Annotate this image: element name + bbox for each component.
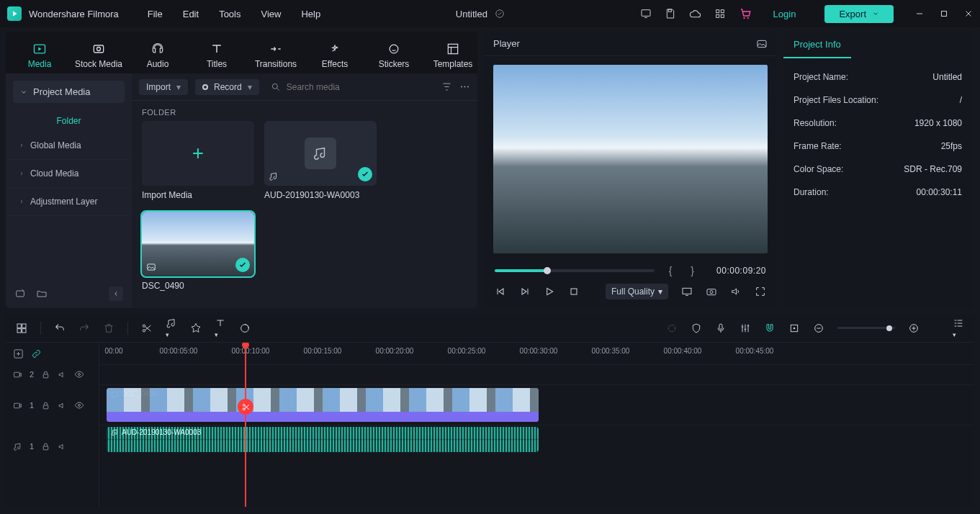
- timeline-tracks[interactable]: 00:00 00:00:05:00 00:00:10:00 00:00:15:0…: [99, 343, 974, 507]
- scissors-icon[interactable]: [238, 399, 253, 415]
- mark-out-icon[interactable]: }: [686, 265, 698, 276]
- playhead[interactable]: [245, 343, 246, 507]
- tab-project-info[interactable]: Project Info: [783, 32, 851, 58]
- next-frame-icon[interactable]: [519, 286, 531, 297]
- import-media-button[interactable]: +: [142, 121, 254, 186]
- snapshot-icon[interactable]: [706, 286, 717, 297]
- audio-clip[interactable]: AUD-20190130-WA0003: [107, 427, 539, 452]
- track-lane-video[interactable]: DSC_0490: [99, 384, 974, 425]
- zoom-in-icon[interactable]: [908, 323, 920, 334]
- search-input[interactable]: [287, 82, 430, 92]
- import-dropdown[interactable]: Import▾: [139, 79, 188, 95]
- video-clip[interactable]: DSC_0490: [107, 388, 539, 422]
- crop-icon[interactable]: [788, 323, 800, 334]
- add-track-icon[interactable]: [13, 348, 24, 359]
- more-icon[interactable]: [459, 81, 470, 92]
- player-viewport[interactable]: [493, 65, 768, 253]
- close-icon[interactable]: [964, 9, 973, 18]
- lock-icon[interactable]: [41, 370, 50, 379]
- media-sidebar: Project Media Folder Global Media Cloud …: [6, 73, 132, 308]
- tab-stock-media[interactable]: Stock Media: [69, 42, 128, 73]
- undo-icon[interactable]: [54, 323, 66, 334]
- collapse-sidebar-icon[interactable]: [109, 287, 123, 301]
- record-dropdown[interactable]: Record▾: [195, 79, 259, 95]
- mute-icon[interactable]: [58, 370, 67, 379]
- play-icon[interactable]: [544, 286, 555, 297]
- split-icon[interactable]: [141, 323, 153, 334]
- filter-icon[interactable]: [441, 81, 452, 92]
- svg-rect-28: [17, 328, 21, 332]
- login-button[interactable]: Login: [765, 5, 805, 23]
- zoom-out-icon[interactable]: [813, 323, 824, 334]
- minimize-icon[interactable]: [915, 9, 924, 18]
- volume-icon[interactable]: [730, 286, 742, 297]
- tab-titles[interactable]: Titles: [187, 42, 246, 73]
- app-logo: [7, 6, 22, 21]
- lock-icon[interactable]: [41, 442, 50, 451]
- display-icon[interactable]: [681, 286, 693, 297]
- save-icon[interactable]: [665, 8, 676, 19]
- text-tool-icon[interactable]: ▾: [215, 317, 226, 339]
- mute-icon[interactable]: [58, 401, 67, 410]
- tab-audio[interactable]: Audio: [128, 42, 187, 73]
- mixer-icon[interactable]: [740, 323, 751, 334]
- sidebar-item-cloud-media[interactable]: Cloud Media: [6, 160, 132, 188]
- redo-icon[interactable]: [78, 323, 90, 334]
- layout-icon[interactable]: [16, 323, 27, 334]
- stickers-icon: [386, 42, 402, 56]
- sidebar-item-adjustment-layer[interactable]: Adjustment Layer: [6, 188, 132, 216]
- magnet-icon[interactable]: [764, 323, 776, 334]
- tab-media[interactable]: Media: [10, 42, 69, 73]
- lock-icon[interactable]: [41, 401, 50, 410]
- screen-icon[interactable]: [640, 8, 652, 19]
- tab-transitions[interactable]: Transitions: [246, 42, 305, 73]
- chevron-down-icon: [872, 10, 879, 17]
- timeline-ruler[interactable]: 00:00 00:00:05:00 00:00:10:00 00:00:15:0…: [99, 343, 974, 364]
- prev-frame-icon[interactable]: [495, 286, 506, 297]
- media-thumb-image[interactable]: [142, 212, 254, 276]
- apps-icon[interactable]: [714, 8, 726, 19]
- stop-icon[interactable]: [568, 286, 580, 297]
- seek-bar[interactable]: [495, 269, 655, 272]
- trash-icon[interactable]: [103, 323, 114, 334]
- eye-icon[interactable]: [74, 369, 84, 379]
- track-lane-empty[interactable]: [99, 364, 974, 384]
- shield-icon[interactable]: [691, 323, 702, 334]
- tab-templates[interactable]: Templates: [423, 42, 482, 73]
- cloud-icon[interactable]: [689, 8, 701, 20]
- project-media-header[interactable]: Project Media: [13, 81, 125, 103]
- window-controls: [915, 9, 973, 18]
- mic-icon[interactable]: [715, 323, 727, 334]
- menu-help[interactable]: Help: [301, 9, 320, 19]
- new-bin-icon[interactable]: [14, 288, 26, 299]
- link-icon[interactable]: [31, 348, 42, 359]
- list-view-icon[interactable]: ▾: [953, 317, 964, 339]
- tab-effects[interactable]: Effects: [305, 42, 364, 73]
- media-thumb-audio[interactable]: [264, 121, 377, 186]
- cart-icon[interactable]: [739, 7, 752, 20]
- sidebar-item-global-media[interactable]: Global Media: [6, 132, 132, 160]
- keyframe-icon[interactable]: [666, 323, 678, 334]
- maximize-icon[interactable]: [940, 9, 948, 18]
- zoom-slider[interactable]: [837, 327, 895, 329]
- folder-tab[interactable]: Folder: [6, 110, 132, 132]
- menu-tools[interactable]: Tools: [219, 9, 240, 19]
- audio-tool-icon[interactable]: ▾: [166, 317, 177, 339]
- info-row: Project Files Location:/: [794, 89, 962, 112]
- export-button[interactable]: Export: [824, 5, 894, 23]
- snapshot-settings-icon[interactable]: [756, 38, 768, 50]
- new-folder-icon[interactable]: [36, 288, 48, 299]
- color-tool-icon[interactable]: [239, 323, 251, 334]
- marker-tool-icon[interactable]: [190, 323, 202, 334]
- doc-title: Untitled: [456, 9, 487, 19]
- menu-file[interactable]: File: [148, 9, 163, 19]
- quality-dropdown[interactable]: Full Quality▾: [606, 284, 668, 299]
- track-lane-audio[interactable]: AUD-20190130-WA0003: [99, 425, 974, 454]
- mark-in-icon[interactable]: {: [665, 265, 677, 276]
- menu-view[interactable]: View: [261, 9, 281, 19]
- menu-edit[interactable]: Edit: [183, 9, 199, 19]
- mute-icon[interactable]: [58, 442, 67, 451]
- fullscreen-icon[interactable]: [755, 286, 766, 297]
- eye-icon[interactable]: [74, 400, 84, 410]
- tab-stickers[interactable]: Stickers: [364, 42, 423, 73]
